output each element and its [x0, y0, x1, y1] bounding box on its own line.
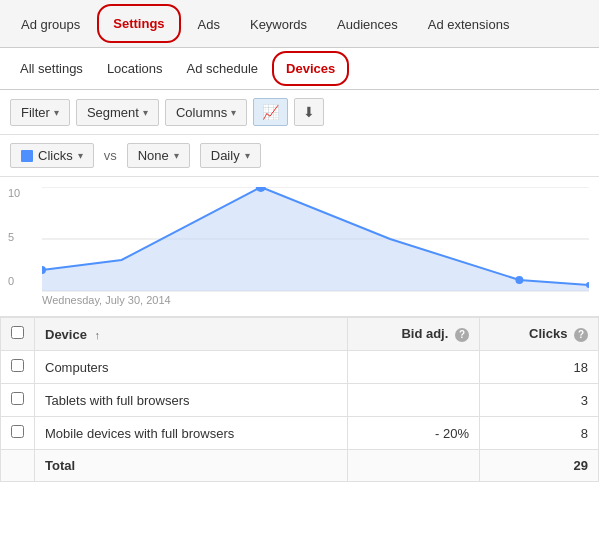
- bid-adj-help-icon[interactable]: ?: [455, 328, 469, 342]
- period-button[interactable]: Daily ▾: [200, 143, 261, 168]
- vs-label: vs: [104, 148, 117, 163]
- y-label-5: 5: [8, 231, 20, 243]
- download-button[interactable]: ⬇: [294, 98, 324, 126]
- y-label-10: 10: [8, 187, 20, 199]
- download-icon: ⬇: [303, 104, 315, 120]
- chart-area: 10 5 0 Wednesday, July 30, 2014: [0, 177, 599, 317]
- header-clicks: Clicks ?: [479, 318, 598, 351]
- metric1-label: Clicks: [38, 148, 73, 163]
- table-row: Computers 18: [1, 351, 599, 384]
- metric2-button[interactable]: None ▾: [127, 143, 190, 168]
- row1-device: Computers: [35, 351, 348, 384]
- tab-audiences[interactable]: Audiences: [322, 6, 413, 42]
- chart-date-label: Wednesday, July 30, 2014: [42, 294, 589, 306]
- header-checkbox-cell: [1, 318, 35, 351]
- row2-checkbox[interactable]: [11, 392, 24, 405]
- total-label: Total: [35, 450, 348, 482]
- columns-button[interactable]: Columns ▾: [165, 99, 247, 126]
- tab-ad-extensions[interactable]: Ad extensions: [413, 6, 525, 42]
- table-header-row: Device ↑ Bid adj. ? Clicks ?: [1, 318, 599, 351]
- subtab-devices[interactable]: Devices: [272, 51, 349, 86]
- columns-chevron-icon: ▾: [231, 107, 236, 118]
- total-bid-adj: [348, 450, 480, 482]
- row3-device: Mobile devices with full browsers: [35, 417, 348, 450]
- chart-y-labels: 10 5 0: [8, 187, 20, 287]
- total-clicks: 29: [479, 450, 598, 482]
- metric1-swatch: [21, 150, 33, 162]
- subtab-ad-schedule[interactable]: Ad schedule: [175, 53, 271, 84]
- table-row: Mobile devices with full browsers - 20% …: [1, 417, 599, 450]
- row2-clicks: 3: [479, 384, 598, 417]
- header-device: Device ↑: [35, 318, 348, 351]
- header-bid-adj: Bid adj. ?: [348, 318, 480, 351]
- columns-label: Columns: [176, 105, 227, 120]
- row2-checkbox-cell: [1, 384, 35, 417]
- row3-bid-adj: - 20%: [348, 417, 480, 450]
- segment-chevron-icon: ▾: [143, 107, 148, 118]
- y-label-0: 0: [8, 275, 20, 287]
- metric1-chevron-icon: ▾: [78, 150, 83, 161]
- metric-row: Clicks ▾ vs None ▾ Daily ▾: [0, 135, 599, 177]
- subtab-all-settings[interactable]: All settings: [8, 53, 95, 84]
- subtab-locations[interactable]: Locations: [95, 53, 175, 84]
- segment-label: Segment: [87, 105, 139, 120]
- row3-checkbox[interactable]: [11, 425, 24, 438]
- tab-ads[interactable]: Ads: [183, 6, 235, 42]
- table-total-row: Total 29: [1, 450, 599, 482]
- toolbar: Filter ▾ Segment ▾ Columns ▾ 📈 ⬇: [0, 90, 599, 135]
- tab-settings[interactable]: Settings: [97, 4, 180, 43]
- data-table: Device ↑ Bid adj. ? Clicks ? Computers 1…: [0, 317, 599, 482]
- row1-checkbox-cell: [1, 351, 35, 384]
- sort-icon[interactable]: ↑: [95, 329, 101, 341]
- period-label: Daily: [211, 148, 240, 163]
- row2-device: Tablets with full browsers: [35, 384, 348, 417]
- chart-container: [42, 187, 589, 292]
- clicks-help-icon[interactable]: ?: [574, 328, 588, 342]
- row1-bid-adj: [348, 351, 480, 384]
- metric1-button[interactable]: Clicks ▾: [10, 143, 94, 168]
- chart-view-button[interactable]: 📈: [253, 98, 288, 126]
- metric2-chevron-icon: ▾: [174, 150, 179, 161]
- tab-ad-groups[interactable]: Ad groups: [6, 6, 95, 42]
- filter-chevron-icon: ▾: [54, 107, 59, 118]
- select-all-checkbox[interactable]: [11, 326, 24, 339]
- row3-checkbox-cell: [1, 417, 35, 450]
- row3-clicks: 8: [479, 417, 598, 450]
- segment-button[interactable]: Segment ▾: [76, 99, 159, 126]
- filter-label: Filter: [21, 105, 50, 120]
- row1-checkbox[interactable]: [11, 359, 24, 372]
- metric2-label: None: [138, 148, 169, 163]
- table-row: Tablets with full browsers 3: [1, 384, 599, 417]
- period-chevron-icon: ▾: [245, 150, 250, 161]
- row1-clicks: 18: [479, 351, 598, 384]
- total-checkbox-cell: [1, 450, 35, 482]
- chart-svg: [42, 187, 589, 292]
- row2-bid-adj: [348, 384, 480, 417]
- top-nav: Ad groups Settings Ads Keywords Audience…: [0, 0, 599, 48]
- tab-keywords[interactable]: Keywords: [235, 6, 322, 42]
- sub-nav: All settings Locations Ad schedule Devic…: [0, 48, 599, 90]
- chart-icon: 📈: [262, 104, 279, 120]
- filter-button[interactable]: Filter ▾: [10, 99, 70, 126]
- svg-point-6: [515, 276, 523, 284]
